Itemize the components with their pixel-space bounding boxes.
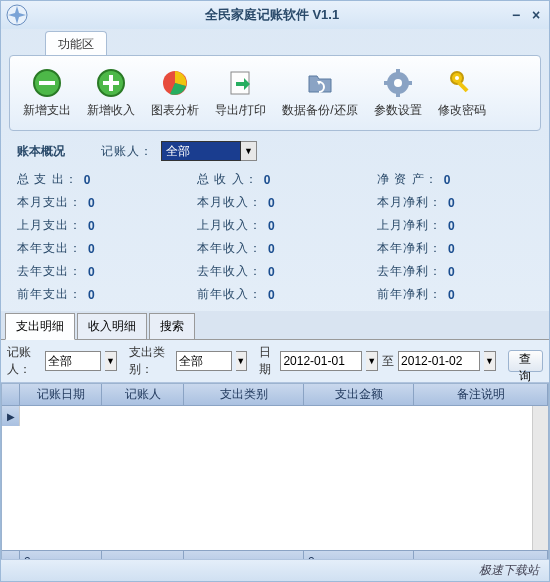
overview-label: 本年支出：	[17, 240, 82, 257]
overview-cell: 去年收入：0	[197, 263, 353, 280]
query-button[interactable]: 查询	[508, 350, 543, 372]
overview-label: 前年净利：	[377, 286, 442, 303]
col-person[interactable]: 记账人	[102, 384, 184, 406]
overview-value: 0	[88, 288, 95, 302]
col-note[interactable]: 备注说明	[414, 384, 548, 406]
overview-label: 去年收入：	[197, 263, 262, 280]
overview-value: 0	[88, 265, 95, 279]
folder-icon	[304, 67, 336, 99]
filter-date-to[interactable]	[398, 351, 480, 371]
col-amount[interactable]: 支出金额	[304, 384, 414, 406]
tab-search[interactable]: 搜索	[149, 313, 195, 339]
overview-value: 0	[268, 288, 275, 302]
overview-cell: 去年支出：0	[17, 263, 173, 280]
app-logo-icon	[5, 3, 29, 27]
gear-icon	[382, 67, 414, 99]
overview-label: 前年收入：	[197, 286, 262, 303]
svg-point-15	[455, 76, 459, 80]
minus-circle-icon	[31, 67, 63, 99]
dropdown-icon[interactable]: ▼	[241, 141, 257, 161]
overview-label: 总 收 入：	[197, 171, 258, 188]
current-row-icon: ▶	[2, 406, 20, 426]
statusbar: 极速下载站	[1, 559, 549, 581]
overview-cell: 本年收入：0	[197, 240, 353, 257]
tab-expense-detail[interactable]: 支出明细	[5, 313, 75, 340]
svg-rect-5	[109, 75, 113, 91]
vertical-scrollbar[interactable]	[532, 406, 548, 550]
overview-label: 本月收入：	[197, 194, 262, 211]
overview-label: 总 支 出：	[17, 171, 78, 188]
overview-value: 0	[448, 288, 455, 302]
chart-button[interactable]: 图表分析	[144, 62, 206, 124]
add-expense-button[interactable]: 新增支出	[16, 62, 78, 124]
overview-value: 0	[88, 219, 95, 233]
svg-rect-10	[396, 69, 400, 75]
overview-value: 0	[268, 196, 275, 210]
filter-category-select[interactable]	[176, 351, 232, 371]
overview-cell: 总 收 入：0	[197, 171, 353, 188]
minimize-button[interactable]: −	[507, 7, 525, 23]
svg-rect-12	[384, 81, 390, 85]
overview-cell: 本月收入：0	[197, 194, 353, 211]
titlebar: 全民家庭记账软件 V1.1 − ×	[1, 1, 549, 29]
overview-cell: 去年净利：0	[377, 263, 533, 280]
pie-chart-icon	[159, 67, 191, 99]
filter-category-label: 支出类别：	[129, 344, 172, 378]
svg-point-9	[394, 79, 402, 87]
svg-rect-13	[406, 81, 412, 85]
overview-cell: 本月净利：0	[377, 194, 533, 211]
key-icon	[446, 67, 478, 99]
overview-label: 去年支出：	[17, 263, 82, 280]
dropdown-icon[interactable]: ▼	[484, 351, 496, 371]
col-category[interactable]: 支出类别	[184, 384, 304, 406]
overview-label: 本年收入：	[197, 240, 262, 257]
svg-rect-16	[457, 81, 468, 92]
overview-value: 0	[268, 265, 275, 279]
data-table: 记账日期 记账人 支出类别 支出金额 备注说明 ▶ 0 0	[1, 383, 549, 573]
overview-label: 本年净利：	[377, 240, 442, 257]
overview-cell: 上月支出：0	[17, 217, 173, 234]
overview-label: 上月净利：	[377, 217, 442, 234]
filter-bar: 记账人： ▼ 支出类别： ▼ 日期 ▼ 至 ▼ 查询	[1, 340, 549, 383]
dropdown-icon[interactable]: ▼	[366, 351, 378, 371]
overview-cell: 前年支出：0	[17, 286, 173, 303]
dropdown-icon[interactable]: ▼	[236, 351, 248, 371]
backup-button[interactable]: 数据备份/还原	[275, 62, 364, 124]
window-title: 全民家庭记账软件 V1.1	[37, 6, 507, 24]
overview-label: 上月支出：	[17, 217, 82, 234]
overview-cell: 本年支出：0	[17, 240, 173, 257]
overview-label: 去年净利：	[377, 263, 442, 280]
add-income-button[interactable]: 新增收入	[80, 62, 142, 124]
app-window: 全民家庭记账软件 V1.1 − × 功能区 新增支出 新增收入 图表分析	[0, 0, 550, 582]
accountant-select[interactable]	[161, 141, 241, 161]
password-button[interactable]: 修改密码	[431, 62, 493, 124]
row-marker-header	[2, 384, 20, 406]
overview-value: 0	[444, 173, 451, 187]
watermark-text: 极速下载站	[479, 562, 539, 579]
ribbon-tab[interactable]: 功能区	[45, 31, 107, 55]
table-row: ▶	[2, 406, 548, 426]
settings-button[interactable]: 参数设置	[367, 62, 429, 124]
overview-cell: 上月收入：0	[197, 217, 353, 234]
svg-rect-11	[396, 91, 400, 97]
tab-income-detail[interactable]: 收入明细	[77, 313, 147, 339]
overview-value: 0	[88, 196, 95, 210]
filter-date-label: 日期	[259, 344, 276, 378]
col-date[interactable]: 记账日期	[20, 384, 102, 406]
overview-cell: 前年收入：0	[197, 286, 353, 303]
overview-value: 0	[84, 173, 91, 187]
filter-date-from[interactable]	[280, 351, 362, 371]
overview-value: 0	[448, 196, 455, 210]
overview-cell: 本年净利：0	[377, 240, 533, 257]
overview-value: 0	[448, 265, 455, 279]
filter-accountant-label: 记账人：	[7, 344, 41, 378]
overview-value: 0	[268, 242, 275, 256]
dropdown-icon[interactable]: ▼	[105, 351, 117, 371]
overview-value: 0	[88, 242, 95, 256]
overview-label: 前年支出：	[17, 286, 82, 303]
export-button[interactable]: 导出/打印	[208, 62, 273, 124]
overview-cell: 本月支出：0	[17, 194, 173, 211]
overview-cell: 净 资 产：0	[377, 171, 533, 188]
filter-accountant-select[interactable]	[45, 351, 101, 371]
close-button[interactable]: ×	[527, 7, 545, 23]
